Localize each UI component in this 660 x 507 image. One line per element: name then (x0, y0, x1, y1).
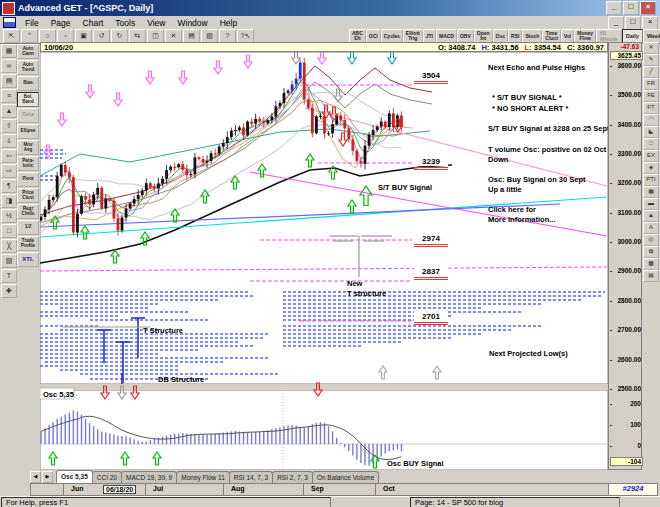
ellipse-icon[interactable]: ◈ (643, 162, 659, 174)
delete-icon[interactable]: ✕ (165, 29, 182, 43)
study-oci[interactable]: OCI (366, 29, 381, 43)
menu-help[interactable]: Help (214, 17, 243, 29)
tab-macd-19-39-9[interactable]: MACD 19, 39, 9 (121, 471, 177, 483)
menu-tools[interactable]: Tools (109, 17, 141, 29)
forward-icon[interactable]: ↻ (111, 29, 128, 43)
print-icon[interactable]: ▧ (201, 29, 218, 43)
left-study-ellipse[interactable]: Ellipse (17, 124, 39, 139)
study-money-flow[interactable]: Money Flow (574, 29, 596, 43)
study-macd[interactable]: MACD (436, 29, 457, 43)
elliott-icon[interactable]: ▲ (1, 104, 17, 118)
child-close-button[interactable]: × (642, 16, 658, 30)
rectangle-icon[interactable]: □ (643, 138, 659, 150)
grid-icon[interactable]: ▦ (643, 186, 659, 198)
text-marker-icon[interactable]: ¶ (1, 179, 17, 193)
trendline-icon[interactable]: ╱ (643, 66, 659, 78)
chart-arrow-icon[interactable]: ▲ (643, 210, 659, 222)
open-icon[interactable]: ▦ (1, 44, 17, 58)
study-icon[interactable]: ≡ (1, 89, 17, 103)
study-open-int[interactable]: Open Int (474, 29, 493, 43)
tab-scroll-right[interactable]: ▶ (42, 471, 53, 483)
arrow-down-icon[interactable]: ⇩ (1, 134, 17, 148)
fib-extension-icon[interactable]: FE (643, 90, 659, 102)
back-icon[interactable]: ↺ (93, 29, 110, 43)
arrow-up-icon[interactable]: ⇧ (1, 119, 17, 133)
tab-scroll-left[interactable]: ◀ (30, 471, 41, 483)
zoom-icon[interactable]: ○ (39, 29, 56, 43)
pin-icon[interactable]: ⇱ (3, 29, 20, 43)
study-elliott-trig[interactable]: Elliott Trig (403, 29, 423, 43)
left-study-autotrend[interactable]: Auto Trend (17, 60, 39, 75)
left-study-tradeprofile[interactable]: Trade Profile (17, 236, 39, 251)
text-tool-icon[interactable]: A (643, 222, 659, 234)
chart-window-icon[interactable] (3, 17, 16, 28)
tab-cci-20[interactable]: CCI 20 (92, 471, 122, 483)
left-study-para-bolic[interactable]: Para- bolic (17, 156, 39, 171)
study-stoch[interactable]: Stoch (522, 29, 542, 43)
study-cycles[interactable]: Cycles (381, 29, 403, 43)
left-study-bias[interactable]: Bias (17, 76, 39, 91)
gann-lines-icon[interactable]: ▨ (1, 254, 17, 268)
pointer-icon[interactable]: ✕ (643, 42, 659, 54)
color-icon[interactable]: ✿ (643, 246, 659, 258)
study-rsi[interactable]: RSI (508, 29, 522, 43)
fib-retracement-icon[interactable]: FR (643, 78, 659, 90)
window-icon[interactable]: ◫ (147, 29, 164, 43)
help-icon[interactable]: ? (219, 29, 236, 43)
expert-icon[interactable]: EX (643, 150, 659, 162)
context-help-icon[interactable]: ?↖ (237, 29, 254, 43)
left-study-xtl[interactable]: XTL (17, 252, 39, 267)
close-button[interactable]: × (640, 1, 656, 15)
study-jti[interactable]: JTI (423, 29, 436, 43)
zoom-tool-icon[interactable]: ◎ (643, 234, 659, 246)
tab-money-flow-11[interactable]: Money Flow 11 (176, 471, 230, 483)
arrow-right-icon[interactable]: ⇨ (1, 164, 17, 178)
menu-window[interactable]: Window (171, 17, 213, 29)
left-study-movavg[interactable]: Mov Avg (17, 140, 39, 155)
menu-view[interactable]: View (141, 17, 171, 29)
study-abc-elt[interactable]: ABC Elt (349, 29, 366, 43)
left-study-delta[interactable]: Delta (17, 108, 39, 123)
left-study-priceclust[interactable]: Price Clust (17, 188, 39, 203)
remove-lines-icon[interactable]: ╳ (1, 239, 17, 253)
menu-file[interactable]: File (19, 17, 45, 29)
copy-icon[interactable]: ▤ (183, 29, 200, 43)
menu-chart[interactable]: Chart (77, 17, 110, 29)
net-icon[interactable]: ▩ (643, 258, 659, 270)
left-study-regrchnls[interactable]: Regr Chnls (17, 204, 39, 219)
timeframe-weekly[interactable]: Weekly (643, 29, 660, 43)
time-window-icon[interactable]: T (1, 269, 17, 283)
tab-osc-5-35[interactable]: Osc 5,35 (56, 470, 93, 483)
timeframe-daily[interactable]: Daily (622, 29, 643, 43)
glasses-icon[interactable]: ∞ (1, 59, 17, 73)
box-icon[interactable]: □ (1, 224, 17, 238)
new-chart-icon[interactable]: ▫ (57, 29, 74, 43)
timeframe-60-minute[interactable]: 60 Minute (596, 29, 622, 43)
minimize-button[interactable]: _ (606, 1, 622, 15)
swap-icon[interactable]: ⇆ (129, 29, 146, 43)
pencil-icon[interactable]: ✎ (643, 54, 659, 66)
study-time-clust[interactable]: Time Clust (542, 29, 561, 43)
study-osc[interactable]: Osc (493, 29, 508, 43)
left-study-autogann[interactable]: Auto Gann (17, 44, 39, 59)
tab-rsi-2-7-3[interactable]: RSI 2, 7, 3 (272, 471, 313, 483)
tab-on-balance-volume[interactable]: On Balance Volume (312, 471, 379, 483)
price-chart[interactable]: 35043239297428372701S/T BUY SignalNewT s… (40, 52, 608, 470)
scroll-lock-icon[interactable]: ▤ (1, 74, 17, 88)
fib-arc-icon[interactable]: ◠ (643, 114, 659, 126)
left-study-pivot[interactable]: Pivot (17, 172, 39, 187)
left-study-bolband[interactable]: Bol. Band (17, 92, 39, 107)
mob-icon[interactable]: ▬ (643, 198, 659, 210)
study-vol[interactable]: Vol (561, 29, 574, 43)
gann-fan-icon[interactable]: ◣ (643, 126, 659, 138)
tab-rsi-14-7-3[interactable]: RSI 14, 7, 3 (229, 471, 273, 483)
maximize-button[interactable]: □ (623, 1, 639, 15)
compare-icon[interactable]: ◨ (1, 194, 17, 208)
open-chart-icon[interactable]: ▣ (75, 29, 92, 43)
menu-page[interactable]: Page (45, 17, 77, 29)
fib-time-icon[interactable]: FT (643, 102, 659, 114)
child-minimize-button[interactable]: _ (608, 16, 624, 30)
page-copy-icon[interactable]: ▤ (643, 270, 659, 282)
quote-icon[interactable]: ” (21, 29, 38, 43)
child-restore-button[interactable]: □ (625, 16, 641, 30)
